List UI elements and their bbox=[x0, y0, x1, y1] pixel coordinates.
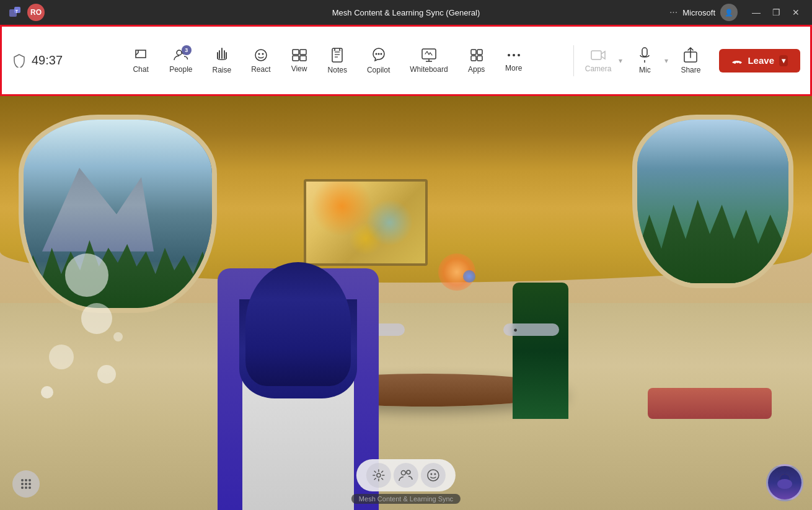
svg-rect-24 bbox=[471, 56, 476, 61]
user-avatar[interactable]: RO bbox=[27, 4, 45, 21]
react-button[interactable]: React bbox=[241, 43, 280, 79]
particle-2 bbox=[81, 303, 112, 334]
orb-blue bbox=[463, 270, 475, 283]
camera-button[interactable]: Camera bbox=[579, 43, 618, 78]
svg-point-45 bbox=[428, 470, 439, 481]
particle-3 bbox=[49, 345, 74, 369]
settings-icon bbox=[372, 468, 386, 482]
scene-viewport[interactable]: ● ● bbox=[0, 96, 812, 510]
view-icon bbox=[291, 48, 307, 62]
grid-icon bbox=[19, 477, 33, 491]
bench bbox=[648, 388, 772, 419]
more-icon bbox=[506, 49, 522, 61]
svg-point-28 bbox=[518, 54, 520, 56]
svg-point-44 bbox=[407, 470, 410, 474]
share-button[interactable]: Share bbox=[672, 42, 709, 79]
svg-point-16 bbox=[375, 53, 377, 55]
particle-5 bbox=[41, 386, 53, 398]
timer-area: 49:37 bbox=[12, 53, 86, 68]
svg-text:T: T bbox=[15, 9, 19, 14]
window-title: Mesh Content & Learning Sync (General) bbox=[332, 8, 480, 17]
phone-hang-up-icon bbox=[731, 55, 743, 66]
hud-settings-button[interactable] bbox=[366, 463, 391, 488]
mic-button[interactable]: Mic bbox=[626, 42, 663, 79]
copilot-label: Copilot bbox=[367, 66, 390, 74]
notes-icon bbox=[330, 47, 344, 63]
more-label: More bbox=[505, 64, 522, 73]
title-bar-left: T RO bbox=[7, 4, 45, 21]
apps-button[interactable]: Apps bbox=[458, 43, 495, 79]
svg-point-17 bbox=[377, 53, 379, 55]
toolbar-right: Camera ▾ Mic ▾ bbox=[579, 42, 710, 79]
avatar-thumbnail-icon bbox=[772, 470, 797, 495]
camera-control: Camera ▾ bbox=[579, 43, 624, 78]
svg-point-42 bbox=[377, 473, 381, 477]
view-button[interactable]: View bbox=[281, 43, 318, 78]
react-label: React bbox=[251, 65, 270, 74]
camera-icon bbox=[590, 48, 606, 62]
hud-button-group bbox=[356, 459, 456, 491]
minimize-button[interactable]: — bbox=[748, 4, 765, 21]
svg-point-46 bbox=[430, 473, 432, 475]
svg-point-3 bbox=[177, 50, 182, 55]
hud-room-label: Mesh Content & Learning Sync bbox=[351, 494, 461, 504]
mic-control: Mic ▾ bbox=[626, 42, 669, 79]
toolbar-items: Chat 3 People Rais bbox=[86, 42, 568, 79]
background-avatar-right bbox=[513, 283, 568, 419]
close-button[interactable]: ✕ bbox=[787, 4, 805, 21]
mic-dropdown-icon[interactable]: ▾ bbox=[663, 54, 669, 68]
camera-dropdown-icon[interactable]: ▾ bbox=[617, 54, 624, 68]
copilot-button[interactable]: Copilot bbox=[357, 42, 400, 79]
svg-rect-12 bbox=[332, 48, 342, 62]
leave-chevron-icon[interactable]: ▾ bbox=[779, 55, 788, 66]
share-label: Share bbox=[681, 66, 700, 74]
svg-rect-9 bbox=[300, 50, 306, 55]
profile-avatar[interactable]: 👤 bbox=[720, 4, 738, 21]
svg-point-39 bbox=[21, 486, 24, 489]
bottom-hud: Mesh Content & Learning Sync bbox=[351, 459, 461, 504]
camera-label: Camera bbox=[585, 64, 612, 73]
chat-button[interactable]: Chat bbox=[122, 43, 159, 79]
grid-button[interactable] bbox=[12, 470, 40, 498]
svg-point-35 bbox=[29, 479, 31, 481]
people-hud-icon bbox=[399, 468, 413, 482]
svg-rect-25 bbox=[477, 56, 482, 61]
particle-1 bbox=[65, 253, 108, 297]
chat-icon bbox=[133, 48, 148, 63]
copilot-icon bbox=[371, 47, 387, 63]
raise-label: Raise bbox=[213, 66, 232, 74]
hud-emote-button[interactable] bbox=[421, 463, 446, 488]
teams-logo-icon: T bbox=[7, 5, 22, 20]
timer-display: 49:37 bbox=[32, 53, 63, 68]
apps-label: Apps bbox=[468, 65, 485, 74]
shield-icon bbox=[12, 53, 27, 68]
window-left bbox=[19, 115, 217, 313]
user-avatar-thumbnail[interactable] bbox=[766, 464, 803, 501]
people-button[interactable]: 3 People bbox=[159, 43, 202, 79]
svg-point-36 bbox=[21, 483, 24, 485]
maximize-button[interactable]: ❐ bbox=[767, 4, 785, 21]
microsoft-label: Microsoft bbox=[682, 8, 715, 17]
notes-label: Notes bbox=[328, 66, 347, 74]
svg-point-27 bbox=[513, 54, 515, 56]
svg-point-7 bbox=[262, 53, 263, 55]
raise-icon bbox=[215, 47, 229, 63]
more-button[interactable]: More bbox=[495, 44, 532, 77]
hud-people-button[interactable] bbox=[394, 463, 418, 488]
svg-point-43 bbox=[401, 471, 405, 475]
svg-point-41 bbox=[29, 486, 31, 489]
whiteboard-icon bbox=[421, 48, 437, 63]
more-options-icon[interactable]: ··· bbox=[669, 7, 677, 18]
people-label: People bbox=[169, 65, 192, 74]
title-bar: T RO Mesh Content & Learning Sync (Gener… bbox=[0, 0, 812, 25]
svg-point-37 bbox=[25, 483, 27, 485]
emote-icon bbox=[426, 468, 440, 482]
notes-button[interactable]: Notes bbox=[318, 42, 357, 79]
mic-label: Mic bbox=[639, 66, 651, 74]
whiteboard-button[interactable]: Whiteboard bbox=[400, 43, 457, 79]
svg-rect-30 bbox=[642, 48, 647, 56]
svg-point-5 bbox=[255, 50, 267, 61]
leave-button[interactable]: Leave ▾ bbox=[719, 49, 800, 73]
svg-point-18 bbox=[380, 53, 382, 55]
raise-button[interactable]: Raise bbox=[203, 42, 242, 79]
